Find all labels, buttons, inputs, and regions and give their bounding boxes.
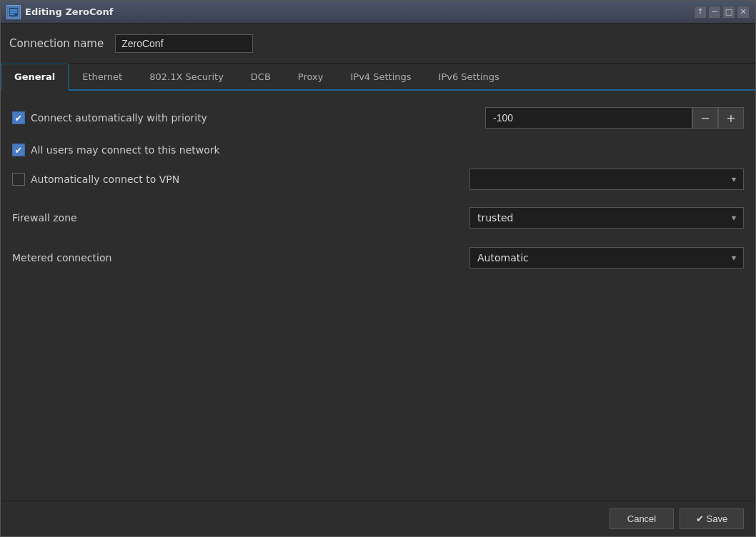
- auto-connect-checkbox[interactable]: ✔: [12, 111, 25, 124]
- vpn-dropdown-arrow: ▾: [732, 174, 736, 184]
- tab-ipv4-settings[interactable]: IPv4 Settings: [337, 64, 424, 91]
- priority-input[interactable]: [485, 107, 692, 129]
- metered-dropdown-value: Automatic: [477, 252, 529, 264]
- main-window: Editing ZeroConf ↑ ─ □ ✕ Connection name…: [0, 0, 756, 537]
- window-title: Editing ZeroConf: [25, 6, 113, 17]
- vpn-dropdown[interactable]: ▾: [469, 169, 744, 190]
- priority-decrease-button[interactable]: −: [692, 107, 718, 129]
- tab-dcb[interactable]: DCB: [237, 64, 284, 91]
- metered-row: Metered connection Automatic ▾: [12, 245, 744, 271]
- auto-connect-label: Connect automatically with priority: [31, 112, 207, 124]
- button-bar: Cancel ✔ Save: [1, 501, 755, 536]
- tab-proxy[interactable]: Proxy: [284, 64, 337, 91]
- window-restore-button[interactable]: □: [722, 6, 735, 19]
- firewall-row: Firewall zone trusted ▾: [12, 205, 744, 231]
- save-button[interactable]: ✔ Save: [680, 508, 744, 529]
- app-icon: [6, 5, 21, 19]
- metered-dropdown-arrow: ▾: [732, 253, 736, 263]
- connection-name-input[interactable]: [115, 34, 253, 53]
- auto-vpn-row: ✔ Automatically connect to VPN ▾: [12, 166, 744, 192]
- svg-rect-3: [10, 14, 14, 15]
- firewall-dropdown[interactable]: trusted ▾: [469, 207, 744, 229]
- titlebar: Editing ZeroConf ↑ ─ □ ✕: [1, 1, 755, 24]
- auto-vpn-checkbox[interactable]: ✔: [12, 173, 25, 186]
- firewall-label: Firewall zone: [12, 212, 469, 224]
- svg-rect-1: [10, 9, 17, 11]
- window-up-button[interactable]: ↑: [694, 6, 707, 19]
- metered-label: Metered connection: [12, 252, 469, 264]
- auto-connect-row: ✔ Connect automatically with priority − …: [12, 105, 744, 131]
- window-minimize-button[interactable]: ─: [708, 6, 721, 19]
- svg-rect-2: [10, 11, 17, 13]
- window-controls: ↑ ─ □ ✕: [694, 6, 750, 19]
- metered-dropdown[interactable]: Automatic ▾: [469, 247, 744, 268]
- connection-bar: Connection name: [1, 24, 755, 64]
- tab-ipv6-settings[interactable]: IPv6 Settings: [425, 64, 513, 91]
- tab-content-general: ✔ Connect automatically with priority − …: [1, 91, 755, 501]
- firewall-dropdown-arrow: ▾: [732, 213, 736, 223]
- all-users-row: ✔ All users may connect to this network: [12, 144, 744, 156]
- cancel-button[interactable]: Cancel: [610, 508, 674, 529]
- all-users-checkbox[interactable]: ✔: [12, 144, 25, 156]
- auto-vpn-label: Automatically connect to VPN: [31, 174, 179, 185]
- all-users-checkmark: ✔: [15, 146, 23, 155]
- priority-control: − +: [485, 107, 744, 129]
- all-users-label: All users may connect to this network: [31, 144, 220, 156]
- priority-increase-button[interactable]: +: [718, 107, 744, 129]
- tab-8021x-security[interactable]: 802.1X Security: [136, 64, 237, 91]
- tabs-bar: General Ethernet 802.1X Security DCB Pro…: [1, 64, 755, 91]
- auto-connect-checkmark: ✔: [15, 114, 23, 123]
- firewall-dropdown-value: trusted: [477, 212, 513, 224]
- tab-general[interactable]: General: [1, 64, 69, 91]
- titlebar-left: Editing ZeroConf: [6, 5, 113, 19]
- window-close-button[interactable]: ✕: [737, 6, 750, 19]
- tab-ethernet[interactable]: Ethernet: [69, 64, 136, 91]
- connection-name-label: Connection name: [9, 37, 104, 50]
